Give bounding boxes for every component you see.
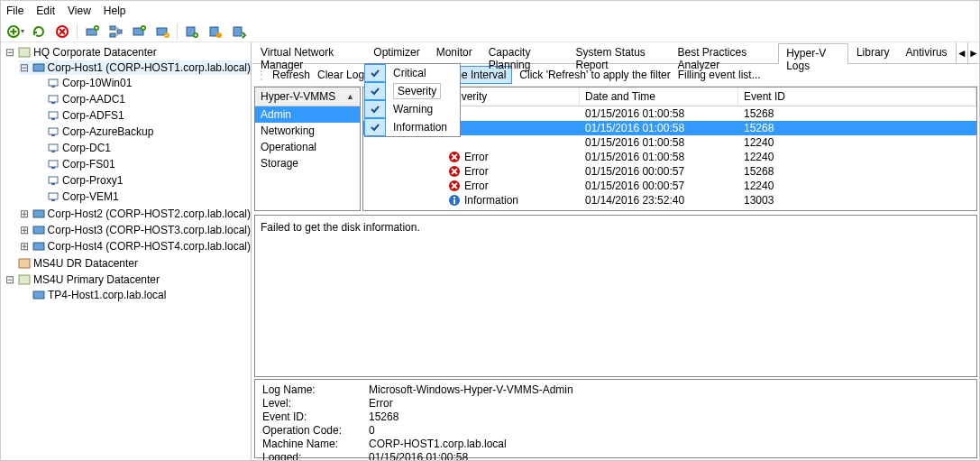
severity-menu-warning[interactable]: Warning: [365, 100, 460, 118]
detail-opcode-label: Operation Code:: [262, 424, 369, 438]
tree: ⊟ HQ Corporate Datacenter ⊟ Corp-Host1 (…: [5, 44, 251, 304]
host-icon-4[interactable]: [153, 23, 171, 41]
tab-monitor[interactable]: Monitor: [428, 42, 481, 63]
expand-icon[interactable]: ⊞: [19, 208, 30, 219]
tree-node-vm[interactable]: ·Corp-VEM1: [33, 189, 251, 204]
vm-icon: [46, 76, 60, 90]
detail-logged-value: 01/15/2016 01:00:58: [369, 451, 468, 461]
tab-bpa[interactable]: Best Practices Analyzer: [670, 42, 779, 63]
refresh-icon[interactable]: [30, 23, 48, 41]
collapse-icon[interactable]: ⊟: [5, 47, 15, 58]
collapse-icon[interactable]: ⊟: [5, 274, 15, 285]
detail-eventid-value: 15268: [369, 410, 398, 424]
tab-optimizer[interactable]: Optimizer: [365, 42, 427, 63]
tree-label: MS4U Primary Datacenter: [33, 272, 160, 287]
tree-node-tp4[interactable]: ·TP4-Host1.corp.lab.local: [19, 288, 251, 302]
expand-icon[interactable]: ⊞: [19, 241, 30, 252]
add-icon[interactable]: ▾: [6, 23, 24, 41]
tree-node-vm[interactable]: ·Corp-AADC1: [33, 92, 251, 106]
svg-rect-10: [110, 26, 115, 30]
collapse-icon[interactable]: ⊟: [19, 62, 30, 73]
checkbox-checked-icon[interactable]: [364, 100, 386, 118]
event-row[interactable]: Information01/14/2016 23:52:4013003: [363, 193, 976, 207]
menu-help[interactable]: Help: [104, 5, 126, 17]
category-panel: Hyper-V-VMMS ▲ Admin Networking Operatio…: [254, 87, 361, 211]
tree-node-vm[interactable]: ·Corp-10Win01: [33, 76, 251, 90]
tree-node-host4[interactable]: ⊞Corp-Host4 (CORP-HOST4.corp.lab.local): [19, 239, 251, 254]
event-severity: Error: [464, 165, 489, 178]
delete-icon[interactable]: [53, 23, 71, 41]
blank-icon: [448, 136, 461, 149]
host-tree-icon[interactable]: [106, 23, 124, 41]
action-icon-2[interactable]: [206, 23, 224, 41]
tree-node-datacenter[interactable]: ⊟ HQ Corporate Datacenter: [5, 45, 251, 60]
expand-icon[interactable]: ⊞: [19, 225, 30, 235]
severity-menu-information[interactable]: Information: [365, 118, 460, 136]
tree-panel: ⊟ HQ Corporate Datacenter ⊟ Corp-Host1 (…: [1, 42, 252, 460]
severity-menu-critical[interactable]: Critical: [365, 64, 460, 82]
tab-scroll-left[interactable]: ◄: [956, 42, 967, 63]
action-icon-1[interactable]: [183, 23, 201, 41]
host-icon-3[interactable]: [130, 23, 148, 41]
category-item-networking[interactable]: Networking: [255, 123, 360, 139]
event-severity: Information: [464, 194, 518, 207]
svg-rect-36: [49, 144, 58, 151]
tree-node-primary[interactable]: ⊟MS4U Primary Datacenter: [5, 272, 251, 287]
host-icon: [32, 239, 46, 254]
message-pane: Failed to get the disk information.: [254, 215, 977, 377]
svg-rect-45: [33, 226, 44, 234]
sort-icon: ▲: [346, 92, 354, 101]
error-icon: [448, 165, 461, 178]
tab-scroll-right[interactable]: ►: [967, 42, 979, 63]
severity-menu-severity[interactable]: Severity: [365, 82, 460, 100]
checkbox-checked-icon[interactable]: [364, 118, 386, 136]
tab-status[interactable]: System Status Report: [567, 42, 669, 63]
category-header[interactable]: Hyper-V-VMMS ▲: [255, 88, 360, 106]
svg-rect-43: [51, 199, 55, 201]
svg-point-24: [216, 32, 222, 38]
tree-label: Corp-10Win01: [62, 76, 132, 90]
tree-node-host1[interactable]: ⊟ Corp-Host1 (CORP-HOST1.corp.lab.local): [19, 60, 251, 75]
action-icon-3[interactable]: [230, 23, 248, 41]
host-add-icon[interactable]: [83, 23, 101, 41]
svg-rect-48: [19, 275, 30, 284]
vm-icon: [46, 189, 60, 204]
tree-label: Corp-AADC1: [62, 92, 125, 106]
tree-node-vm[interactable]: ·Corp-AzureBackup: [33, 124, 251, 139]
category-item-admin[interactable]: Admin: [255, 106, 360, 123]
category-item-operational[interactable]: Operational: [255, 139, 360, 155]
checkbox-checked-icon[interactable]: [364, 64, 386, 82]
svg-rect-26: [19, 48, 30, 57]
menu-edit[interactable]: Edit: [36, 5, 55, 17]
tab-vnm[interactable]: Virtual Network Manager: [252, 42, 365, 63]
tree-label: Corp-AzureBackup: [62, 124, 153, 139]
tree-node-host2[interactable]: ⊞Corp-Host2 (CORP-HOST2.corp.lab.local): [19, 207, 251, 221]
event-severity: Error: [464, 151, 489, 163]
checkbox-checked-icon[interactable]: [364, 82, 386, 100]
svg-rect-32: [49, 112, 58, 118]
tree-node-vm[interactable]: ·Corp-FS01: [33, 157, 251, 171]
tab-capacity[interactable]: Capacity Planning: [481, 42, 568, 63]
error-icon: [448, 180, 461, 192]
col-eventid[interactable]: Event ID: [738, 88, 976, 106]
col-datetime[interactable]: Date and Time: [580, 88, 738, 106]
svg-rect-39: [51, 167, 55, 169]
clearlog-button[interactable]: Clear Log: [317, 69, 364, 81]
menu-label: Information: [389, 121, 460, 134]
event-datetime: 01/14/2016 23:52:40: [580, 191, 738, 209]
tree-node-vm[interactable]: ·Corp-Proxy1: [33, 173, 251, 188]
severity-menu: Critical Severity Warning Information: [364, 63, 461, 137]
menu-view[interactable]: View: [68, 5, 91, 17]
menu-file[interactable]: File: [6, 5, 23, 17]
detail-logged-label: Logged:: [262, 451, 369, 461]
tree-node-dr[interactable]: ·MS4U DR Datacenter: [5, 256, 251, 271]
toolbar-separator: [177, 23, 178, 40]
tab-antivirus[interactable]: Antivirus: [898, 42, 956, 63]
tree-node-vm[interactable]: ·Corp-DC1: [33, 141, 251, 155]
tab-hypervlogs[interactable]: Hyper-V Logs: [778, 43, 848, 64]
category-item-storage[interactable]: Storage: [255, 155, 360, 171]
tab-library[interactable]: Library: [848, 42, 898, 63]
tree-node-vm[interactable]: ·Corp-ADFS1: [33, 108, 251, 123]
tree-node-host3[interactable]: ⊞Corp-Host3 (CORP-HOST3.corp.lab.local): [19, 223, 251, 237]
toolbar-separator: [77, 23, 78, 40]
